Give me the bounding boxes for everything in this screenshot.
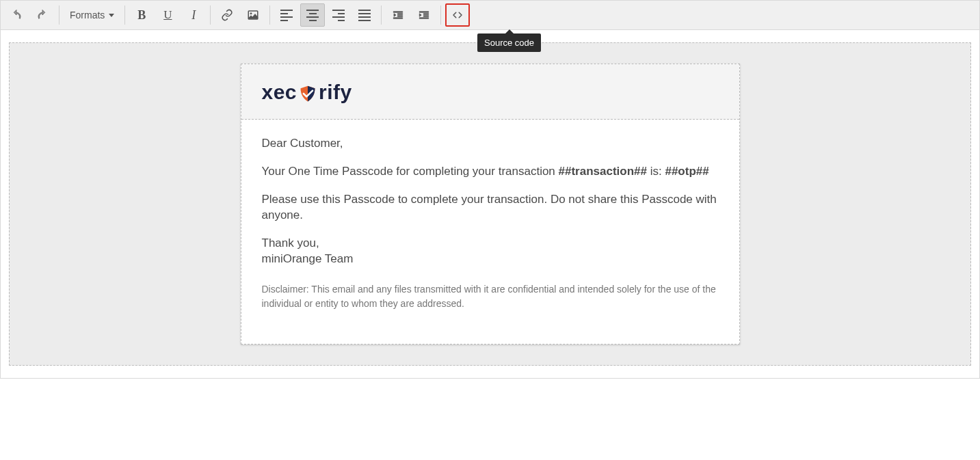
redo-button[interactable] xyxy=(30,3,55,27)
greeting: Dear Customer, xyxy=(262,136,719,152)
otp-placeholder: ##otp## xyxy=(665,165,708,178)
formats-dropdown[interactable]: Formats xyxy=(63,3,121,27)
brand-logo: xec rify xyxy=(262,81,719,104)
logo-text-2: rify xyxy=(319,81,352,104)
disclaimer: Disclaimer: This email and any files tra… xyxy=(262,282,719,311)
caret-down-icon xyxy=(109,14,114,17)
separator xyxy=(124,5,125,25)
tooltip: Source code xyxy=(477,33,541,52)
logo-text-1: xec xyxy=(262,81,297,104)
editor-canvas[interactable]: xec rify Dear Customer, Your One Time Pa… xyxy=(0,30,980,379)
otp-line: Your One Time Passcode for completing yo… xyxy=(262,164,719,180)
email-canvas: xec rify Dear Customer, Your One Time Pa… xyxy=(9,42,971,366)
outdent-button[interactable] xyxy=(386,3,410,27)
link-button[interactable] xyxy=(215,3,239,27)
bold-button[interactable]: B xyxy=(129,3,154,27)
italic-button[interactable]: I xyxy=(181,3,206,27)
otp-line-text: Your One Time Passcode for completing yo… xyxy=(262,165,559,178)
team-line: miniOrange Team xyxy=(262,252,354,265)
otp-line-sep: is: xyxy=(647,165,665,178)
align-justify-button[interactable] xyxy=(352,3,377,27)
align-center-button[interactable] xyxy=(300,3,325,27)
separator xyxy=(269,5,270,25)
email-body: Dear Customer, Your One Time Passcode fo… xyxy=(241,120,739,344)
shield-icon xyxy=(298,84,317,103)
separator xyxy=(440,5,441,25)
separator xyxy=(381,5,382,25)
tooltip-text: Source code xyxy=(484,38,534,48)
indent-button[interactable] xyxy=(412,3,436,27)
svg-point-1 xyxy=(250,13,252,14)
separator xyxy=(59,5,59,25)
undo-button[interactable] xyxy=(4,3,29,27)
source-code-button[interactable] xyxy=(445,3,470,27)
align-left-button[interactable] xyxy=(274,3,299,27)
thanks-line: Thank you, xyxy=(262,236,319,249)
separator xyxy=(210,5,211,25)
underline-button[interactable]: U xyxy=(155,3,180,27)
formats-label: Formats xyxy=(70,10,105,21)
align-right-button[interactable] xyxy=(326,3,351,27)
instruction-line: Please use this Passcode to complete you… xyxy=(262,192,719,224)
signature: Thank you, miniOrange Team xyxy=(262,236,719,267)
image-button[interactable] xyxy=(241,3,265,27)
email-card: xec rify Dear Customer, Your One Time Pa… xyxy=(241,64,740,344)
transaction-placeholder: ##transaction## xyxy=(559,165,647,178)
editor-toolbar: Formats B U I Source code xyxy=(0,0,980,30)
email-header: xec rify xyxy=(241,64,739,120)
